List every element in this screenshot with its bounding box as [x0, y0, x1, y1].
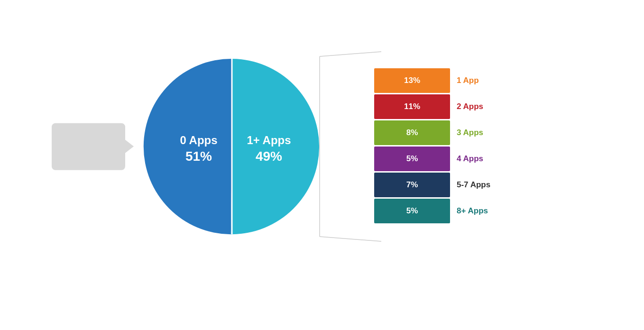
bar-label-3: 4 Apps: [457, 154, 483, 164]
bar-label-5: 8+ Apps: [457, 206, 488, 216]
bar-label-2: 3 Apps: [457, 128, 483, 138]
bar-row-3: 5%4 Apps: [374, 147, 497, 171]
bar-rect-2: 8%: [374, 120, 450, 145]
bar-rect-1: 11%: [374, 94, 450, 119]
bar-rect-3: 5%: [374, 147, 450, 171]
bar-rect-5: 5%: [374, 199, 450, 223]
svg-line-5: [320, 52, 381, 56]
bar-row-5: 5%8+ Apps: [374, 199, 497, 223]
svg-line-6: [320, 237, 381, 241]
bar-label-0: 1 App: [457, 76, 479, 85]
pie-one-plus-apps: [231, 59, 319, 234]
chart-area: 0 Apps 51% 1+ Apps 49% 13%1 App11%2 Apps…: [37, 26, 607, 267]
bar-rect-4: 7%: [374, 173, 450, 197]
pie-chart: 0 Apps 51% 1+ Apps 49%: [142, 56, 322, 237]
bar-label-1: 2 Apps: [457, 102, 483, 111]
svg-text:49%: 49%: [256, 149, 282, 164]
bar-row-4: 7%5-7 Apps: [374, 173, 497, 197]
bar-row-2: 8%3 Apps: [374, 120, 497, 145]
pie-zero-apps: [144, 59, 232, 234]
expansion-lines: [320, 52, 381, 241]
bars-container: 13%1 App11%2 Apps8%3 Apps5%4 Apps7%5-7 A…: [374, 68, 497, 225]
bar-rect-0: 13%: [374, 68, 450, 93]
svg-text:0 Apps: 0 Apps: [180, 134, 217, 147]
bar-row-1: 11%2 Apps: [374, 94, 497, 119]
bar-row-0: 13%1 App: [374, 68, 497, 93]
svg-text:1+ Apps: 1+ Apps: [247, 134, 291, 147]
svg-text:51%: 51%: [185, 149, 212, 164]
callout-box: [52, 123, 125, 170]
bar-label-4: 5-7 Apps: [457, 180, 490, 190]
